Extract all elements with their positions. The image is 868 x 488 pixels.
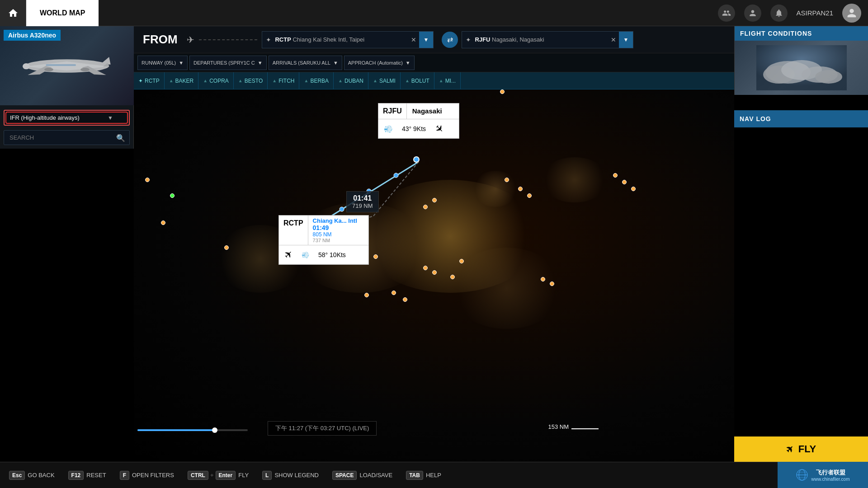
- map-marker-4[interactable]: [224, 245, 229, 250]
- from-clear-button[interactable]: ✕: [408, 36, 419, 43]
- from-airport-text: RCTP Chiang Kai Shek Intl, Taipei: [275, 36, 408, 43]
- to-input[interactable]: ✦ RJFU Nagasaki, Nagasaki ✕ ▼: [462, 31, 633, 48]
- svg-point-10: [815, 70, 842, 84]
- group-icon[interactable]: [718, 5, 735, 22]
- waypoint-copra[interactable]: ▲ COPRA: [198, 72, 234, 89]
- waypoint-bolut[interactable]: ▲ BOLUT: [401, 72, 434, 89]
- time-slider-container: [134, 429, 251, 431]
- go-back-label: GO BACK: [28, 472, 54, 479]
- to-expand-button[interactable]: ▼: [619, 32, 633, 48]
- rctp-code: RCTP: [279, 216, 308, 245]
- map-marker-2[interactable]: [170, 193, 175, 198]
- waypoint-duban[interactable]: ▲ DUBAN: [334, 72, 368, 89]
- ctrl-key[interactable]: CTRL: [188, 471, 208, 480]
- avatar[interactable]: [842, 4, 861, 23]
- map-marker-18[interactable]: [364, 293, 369, 297]
- bb-fly: CTRL + Enter FLY: [188, 471, 249, 480]
- time-slider[interactable]: [137, 429, 248, 431]
- l-key[interactable]: L: [262, 471, 272, 480]
- load-save-label: LOAD/SAVE: [359, 472, 392, 479]
- baker-arrow-icon: ▲: [169, 78, 174, 83]
- rctp-wp-icon: ✦: [138, 78, 143, 84]
- route-time-value: 01:41: [352, 194, 373, 202]
- tab-key[interactable]: TAB: [406, 471, 423, 480]
- show-legend-label: SHOW LEGEND: [274, 472, 319, 479]
- map-marker-9[interactable]: [423, 205, 428, 209]
- scale-label: 153 NM: [548, 423, 569, 430]
- notification-icon[interactable]: [770, 5, 788, 22]
- waypoint-rctp[interactable]: ✦ RCTP: [134, 72, 165, 89]
- waypoint-baker[interactable]: ▲ BAKER: [165, 72, 199, 89]
- waypoint-mi[interactable]: ▲ MI...: [434, 72, 461, 89]
- esc-key[interactable]: Esc: [9, 471, 25, 480]
- map-marker-6[interactable]: [518, 187, 523, 191]
- map-marker-16[interactable]: [392, 291, 396, 295]
- help-label: HELP: [426, 472, 441, 479]
- map-marker-17[interactable]: [403, 297, 407, 302]
- slider-thumb[interactable]: [212, 427, 217, 433]
- departures-dropdown[interactable]: DEPARTURES (SPRY1C C ▼: [189, 56, 267, 70]
- map-marker-14[interactable]: [450, 275, 455, 279]
- scale-indicator: 153 NM: [548, 423, 599, 430]
- map-marker-5[interactable]: [505, 178, 509, 182]
- map-area[interactable]: RJFU Nagasaki 💨 43° 9Kts ✈ 01:41 719 NM …: [134, 89, 734, 462]
- landing-icon: ✈: [432, 122, 446, 136]
- profile-icon[interactable]: [744, 5, 761, 22]
- salmi-arrow-icon: ▲: [373, 78, 377, 83]
- flight-conditions-title: FLIGHT CONDITIONS: [735, 26, 868, 41]
- from-input[interactable]: ✦ RCTP Chiang Kai Shek Intl, Taipei ✕ ▼: [262, 31, 434, 48]
- map-marker-11[interactable]: [373, 254, 378, 259]
- waypoint-salmi[interactable]: ▲ SALMI: [368, 72, 401, 89]
- runway-dropdown[interactable]: RUNWAY (05L) ▼: [137, 56, 188, 70]
- search-input[interactable]: [4, 130, 130, 145]
- to-clear-button[interactable]: ✕: [608, 36, 619, 43]
- map-marker-3[interactable]: [145, 178, 150, 182]
- approach-dropdown[interactable]: APPROACH (Automatic) ▼: [344, 56, 415, 70]
- airways-dropdown[interactable]: IFR (High-altitude airways) ▼: [4, 110, 130, 126]
- map-canvas: RJFU Nagasaki 💨 43° 9Kts ✈ 01:41 719 NM …: [134, 89, 734, 462]
- wind-icon: 💨: [384, 125, 393, 133]
- rctp-nm1: 805 NM: [313, 231, 357, 238]
- map-marker-21[interactable]: [613, 173, 618, 178]
- arrivals-arrow-icon: ▼: [333, 60, 338, 66]
- map-marker-13[interactable]: [432, 270, 437, 275]
- map-marker-8[interactable]: [500, 89, 505, 94]
- airways-selector[interactable]: IFR (High-altitude airways) ▼: [4, 110, 130, 126]
- from-expand-button[interactable]: ▼: [419, 32, 434, 48]
- bb-load-save: SPACE LOAD/SAVE: [332, 471, 392, 480]
- flight-conditions-image: [735, 41, 868, 95]
- fly-button[interactable]: ✈ FLY: [734, 436, 868, 462]
- map-marker-20[interactable]: [550, 282, 554, 286]
- map-marker-23[interactable]: [631, 187, 636, 191]
- map-marker-15[interactable]: [459, 259, 464, 263]
- wind-icon2: 💨: [302, 251, 309, 258]
- navlog-button[interactable]: NAV LOG: [734, 110, 868, 127]
- swap-button[interactable]: ⇄: [442, 32, 458, 48]
- map-marker-12[interactable]: [423, 266, 428, 270]
- map-marker-10[interactable]: [432, 198, 437, 202]
- waypoint-fitch[interactable]: ▲ FITCH: [268, 72, 299, 89]
- berba-arrow-icon: ▲: [304, 78, 308, 83]
- f12-key[interactable]: F12: [68, 471, 84, 480]
- map-marker-19[interactable]: [541, 277, 545, 282]
- svg-point-4: [23, 63, 30, 69]
- nagasaki-name: Nagasaki: [407, 103, 448, 119]
- logo-subtext: www.chinaflier.com: [811, 477, 849, 482]
- waypoint-berba[interactable]: ▲ BERBA: [299, 72, 334, 89]
- home-button[interactable]: [0, 0, 26, 26]
- logo-globe-icon: [796, 469, 808, 481]
- rjfu-marker[interactable]: [413, 156, 420, 163]
- search-icon: 🔍: [116, 133, 125, 142]
- enter-key[interactable]: Enter: [216, 471, 236, 480]
- arrivals-dropdown[interactable]: ARRIVALS (SARUKU ALL ▼: [269, 56, 342, 70]
- map-marker-22[interactable]: [622, 180, 627, 184]
- f-key[interactable]: F: [120, 471, 129, 480]
- waypoint-besto[interactable]: ▲ BESTO: [234, 72, 268, 89]
- dropdown-arrow-icon: ▼: [108, 115, 113, 121]
- map-marker-7[interactable]: [527, 193, 532, 198]
- from-airport-name: Chiang Kai Shek Intl, Taipei: [292, 36, 364, 43]
- worldmap-tab[interactable]: WORLD MAP: [26, 0, 99, 26]
- map-marker-1[interactable]: [161, 221, 165, 225]
- space-key[interactable]: SPACE: [332, 471, 357, 480]
- username-label: ASIRPAN21: [797, 9, 833, 17]
